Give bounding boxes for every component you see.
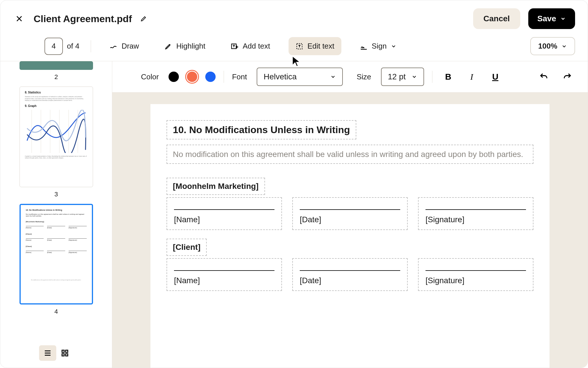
header-bar: Client Agreement.pdf Cancel Save bbox=[0, 0, 588, 37]
size-select[interactable]: 12 pt bbox=[381, 68, 424, 86]
svg-rect-9 bbox=[65, 350, 68, 352]
divider bbox=[91, 40, 91, 52]
document-canvas[interactable]: 10. No Modifications Unless in Writing N… bbox=[112, 93, 588, 368]
thumbnail-page-4[interactable]: 10. No Modifications Unless in Writing N… bbox=[20, 204, 93, 304]
close-button[interactable] bbox=[13, 12, 26, 25]
grid-icon bbox=[61, 349, 69, 357]
list-view-button[interactable] bbox=[39, 345, 56, 361]
chevron-down-icon bbox=[560, 16, 566, 22]
draw-tool[interactable]: Draw bbox=[102, 37, 146, 55]
color-black[interactable] bbox=[169, 72, 179, 82]
rename-button[interactable] bbox=[138, 13, 149, 24]
thumbnail-page-3[interactable]: 8. Statistics Statistics is the study an… bbox=[20, 87, 93, 187]
page-number-input[interactable]: 4 bbox=[45, 38, 63, 55]
zoom-control[interactable]: 100% bbox=[530, 37, 575, 55]
page-total-label: of 4 bbox=[67, 42, 79, 51]
thumbnail-page-2[interactable] bbox=[20, 61, 93, 70]
color-orange[interactable] bbox=[187, 72, 197, 82]
format-bar: Color Font Helvetica Size 12 pt B I U bbox=[112, 61, 588, 93]
size-label: Size bbox=[357, 72, 371, 81]
pencil-icon bbox=[140, 15, 147, 22]
divider bbox=[432, 71, 432, 83]
font-select[interactable]: Helvetica bbox=[257, 68, 343, 86]
page-content: 10. No Modifications Unless in Writing N… bbox=[150, 104, 550, 368]
page-control: 4 of 4 bbox=[45, 38, 79, 55]
signature-name-field[interactable]: [Name] bbox=[167, 197, 282, 230]
bold-button[interactable]: B bbox=[440, 69, 456, 85]
document-title: Client Agreement.pdf bbox=[34, 13, 132, 24]
chevron-down-icon bbox=[561, 43, 567, 49]
draw-icon bbox=[109, 42, 117, 50]
cancel-button[interactable]: Cancel bbox=[473, 8, 520, 29]
save-button-label: Save bbox=[537, 14, 556, 23]
chevron-down-icon bbox=[411, 74, 417, 80]
signature-date-field[interactable]: [Date] bbox=[292, 197, 408, 230]
thumbnail-chart bbox=[25, 110, 88, 153]
sign-tool[interactable]: Sign bbox=[353, 37, 403, 55]
undo-icon bbox=[539, 72, 548, 81]
chevron-down-icon bbox=[391, 43, 396, 49]
undo-button[interactable] bbox=[536, 69, 552, 85]
editable-party1[interactable]: [Moonhelm Marketing] bbox=[167, 178, 265, 195]
edit-text-tool[interactable]: Edit text bbox=[289, 37, 341, 55]
color-label: Color bbox=[141, 72, 159, 81]
underline-button[interactable]: U bbox=[488, 69, 503, 85]
color-blue[interactable] bbox=[205, 72, 216, 82]
svg-rect-11 bbox=[65, 354, 68, 356]
add-text-icon bbox=[231, 42, 239, 50]
svg-rect-8 bbox=[62, 350, 64, 352]
redo-button[interactable] bbox=[560, 69, 575, 85]
signature-name-field[interactable]: [Name] bbox=[167, 258, 282, 291]
sign-icon bbox=[360, 42, 368, 50]
italic-button[interactable]: I bbox=[464, 69, 479, 85]
editable-body[interactable]: No modification on this agreement shall … bbox=[167, 145, 533, 164]
font-label: Font bbox=[232, 72, 247, 81]
add-text-tool[interactable]: Add text bbox=[224, 37, 277, 55]
grid-view-button[interactable] bbox=[56, 345, 74, 361]
signature-date-field[interactable]: [Date] bbox=[292, 258, 408, 291]
edit-text-icon bbox=[295, 42, 303, 50]
chevron-down-icon bbox=[330, 74, 336, 80]
toolbar: 4 of 4 Draw Highlight Add text Edit text… bbox=[0, 37, 588, 61]
editable-party2[interactable]: [Client] bbox=[167, 239, 207, 256]
highlight-tool[interactable]: Highlight bbox=[157, 37, 212, 55]
signature-sig-field[interactable]: [Signature] bbox=[418, 197, 533, 230]
redo-icon bbox=[563, 72, 572, 81]
highlight-icon bbox=[164, 42, 172, 50]
signature-sig-field[interactable]: [Signature] bbox=[418, 258, 533, 291]
close-icon bbox=[15, 15, 23, 23]
thumbnail-number: 2 bbox=[54, 73, 58, 81]
thumbnail-number: 3 bbox=[54, 191, 58, 198]
thumbnail-sidebar: 2 8. Statistics Statistics is the study … bbox=[0, 61, 112, 368]
svg-rect-10 bbox=[62, 354, 64, 356]
thumbnail-number: 4 bbox=[54, 308, 58, 315]
editable-heading[interactable]: 10. No Modifications Unless in Writing bbox=[167, 120, 356, 139]
save-button[interactable]: Save bbox=[528, 8, 575, 29]
list-icon bbox=[43, 349, 52, 357]
divider bbox=[224, 71, 224, 83]
